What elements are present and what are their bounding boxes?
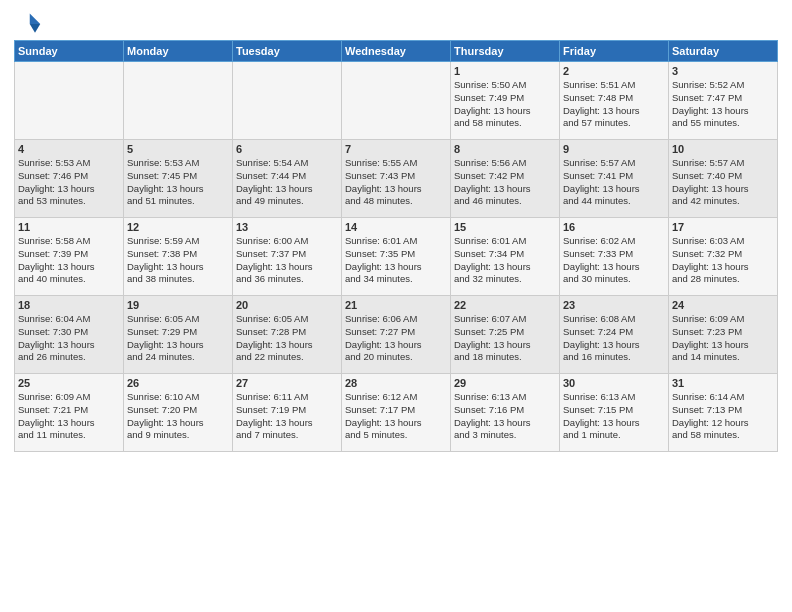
day-number: 27 bbox=[236, 377, 338, 389]
week-row-3: 11Sunrise: 5:58 AMSunset: 7:39 PMDayligh… bbox=[15, 218, 778, 296]
day-info: Sunrise: 6:06 AMSunset: 7:27 PMDaylight:… bbox=[345, 313, 447, 364]
day-info: Sunrise: 6:01 AMSunset: 7:35 PMDaylight:… bbox=[345, 235, 447, 286]
day-number: 24 bbox=[672, 299, 774, 311]
calendar-cell: 23Sunrise: 6:08 AMSunset: 7:24 PMDayligh… bbox=[560, 296, 669, 374]
day-info: Sunrise: 6:01 AMSunset: 7:34 PMDaylight:… bbox=[454, 235, 556, 286]
day-info: Sunrise: 5:59 AMSunset: 7:38 PMDaylight:… bbox=[127, 235, 229, 286]
calendar-header-row: SundayMondayTuesdayWednesdayThursdayFrid… bbox=[15, 41, 778, 62]
calendar-cell: 21Sunrise: 6:06 AMSunset: 7:27 PMDayligh… bbox=[342, 296, 451, 374]
day-info: Sunrise: 6:05 AMSunset: 7:28 PMDaylight:… bbox=[236, 313, 338, 364]
day-number: 25 bbox=[18, 377, 120, 389]
day-info: Sunrise: 6:10 AMSunset: 7:20 PMDaylight:… bbox=[127, 391, 229, 442]
logo-icon bbox=[14, 10, 42, 38]
calendar-cell: 3Sunrise: 5:52 AMSunset: 7:47 PMDaylight… bbox=[669, 62, 778, 140]
calendar-cell: 30Sunrise: 6:13 AMSunset: 7:15 PMDayligh… bbox=[560, 374, 669, 452]
calendar-cell: 26Sunrise: 6:10 AMSunset: 7:20 PMDayligh… bbox=[124, 374, 233, 452]
day-number: 8 bbox=[454, 143, 556, 155]
svg-marker-0 bbox=[30, 14, 41, 25]
day-info: Sunrise: 6:13 AMSunset: 7:16 PMDaylight:… bbox=[454, 391, 556, 442]
day-info: Sunrise: 5:57 AMSunset: 7:41 PMDaylight:… bbox=[563, 157, 665, 208]
week-row-5: 25Sunrise: 6:09 AMSunset: 7:21 PMDayligh… bbox=[15, 374, 778, 452]
day-number: 22 bbox=[454, 299, 556, 311]
day-number: 2 bbox=[563, 65, 665, 77]
day-info: Sunrise: 6:02 AMSunset: 7:33 PMDaylight:… bbox=[563, 235, 665, 286]
day-info: Sunrise: 6:03 AMSunset: 7:32 PMDaylight:… bbox=[672, 235, 774, 286]
calendar-cell: 27Sunrise: 6:11 AMSunset: 7:19 PMDayligh… bbox=[233, 374, 342, 452]
day-info: Sunrise: 6:14 AMSunset: 7:13 PMDaylight:… bbox=[672, 391, 774, 442]
calendar-cell bbox=[233, 62, 342, 140]
day-info: Sunrise: 6:04 AMSunset: 7:30 PMDaylight:… bbox=[18, 313, 120, 364]
day-number: 18 bbox=[18, 299, 120, 311]
day-info: Sunrise: 6:11 AMSunset: 7:19 PMDaylight:… bbox=[236, 391, 338, 442]
header bbox=[14, 10, 778, 38]
calendar-cell: 25Sunrise: 6:09 AMSunset: 7:21 PMDayligh… bbox=[15, 374, 124, 452]
calendar-cell: 17Sunrise: 6:03 AMSunset: 7:32 PMDayligh… bbox=[669, 218, 778, 296]
calendar-cell: 2Sunrise: 5:51 AMSunset: 7:48 PMDaylight… bbox=[560, 62, 669, 140]
calendar-cell: 28Sunrise: 6:12 AMSunset: 7:17 PMDayligh… bbox=[342, 374, 451, 452]
calendar-cell: 18Sunrise: 6:04 AMSunset: 7:30 PMDayligh… bbox=[15, 296, 124, 374]
day-number: 1 bbox=[454, 65, 556, 77]
col-header-saturday: Saturday bbox=[669, 41, 778, 62]
day-number: 12 bbox=[127, 221, 229, 233]
day-number: 7 bbox=[345, 143, 447, 155]
day-number: 28 bbox=[345, 377, 447, 389]
week-row-4: 18Sunrise: 6:04 AMSunset: 7:30 PMDayligh… bbox=[15, 296, 778, 374]
day-number: 20 bbox=[236, 299, 338, 311]
day-number: 17 bbox=[672, 221, 774, 233]
calendar-cell: 13Sunrise: 6:00 AMSunset: 7:37 PMDayligh… bbox=[233, 218, 342, 296]
calendar-cell: 5Sunrise: 5:53 AMSunset: 7:45 PMDaylight… bbox=[124, 140, 233, 218]
day-info: Sunrise: 5:50 AMSunset: 7:49 PMDaylight:… bbox=[454, 79, 556, 130]
day-info: Sunrise: 6:13 AMSunset: 7:15 PMDaylight:… bbox=[563, 391, 665, 442]
day-number: 9 bbox=[563, 143, 665, 155]
day-number: 16 bbox=[563, 221, 665, 233]
day-number: 6 bbox=[236, 143, 338, 155]
day-info: Sunrise: 6:00 AMSunset: 7:37 PMDaylight:… bbox=[236, 235, 338, 286]
day-info: Sunrise: 5:51 AMSunset: 7:48 PMDaylight:… bbox=[563, 79, 665, 130]
day-number: 29 bbox=[454, 377, 556, 389]
day-number: 14 bbox=[345, 221, 447, 233]
col-header-sunday: Sunday bbox=[15, 41, 124, 62]
calendar-cell: 6Sunrise: 5:54 AMSunset: 7:44 PMDaylight… bbox=[233, 140, 342, 218]
week-row-1: 1Sunrise: 5:50 AMSunset: 7:49 PMDaylight… bbox=[15, 62, 778, 140]
calendar-cell: 10Sunrise: 5:57 AMSunset: 7:40 PMDayligh… bbox=[669, 140, 778, 218]
col-header-monday: Monday bbox=[124, 41, 233, 62]
day-info: Sunrise: 6:05 AMSunset: 7:29 PMDaylight:… bbox=[127, 313, 229, 364]
day-number: 10 bbox=[672, 143, 774, 155]
calendar-cell: 9Sunrise: 5:57 AMSunset: 7:41 PMDaylight… bbox=[560, 140, 669, 218]
day-info: Sunrise: 5:55 AMSunset: 7:43 PMDaylight:… bbox=[345, 157, 447, 208]
day-info: Sunrise: 5:52 AMSunset: 7:47 PMDaylight:… bbox=[672, 79, 774, 130]
calendar-cell: 20Sunrise: 6:05 AMSunset: 7:28 PMDayligh… bbox=[233, 296, 342, 374]
calendar-cell: 11Sunrise: 5:58 AMSunset: 7:39 PMDayligh… bbox=[15, 218, 124, 296]
col-header-tuesday: Tuesday bbox=[233, 41, 342, 62]
day-info: Sunrise: 5:53 AMSunset: 7:46 PMDaylight:… bbox=[18, 157, 120, 208]
day-info: Sunrise: 6:12 AMSunset: 7:17 PMDaylight:… bbox=[345, 391, 447, 442]
day-number: 23 bbox=[563, 299, 665, 311]
calendar-cell bbox=[342, 62, 451, 140]
page-container: SundayMondayTuesdayWednesdayThursdayFrid… bbox=[0, 0, 792, 458]
col-header-friday: Friday bbox=[560, 41, 669, 62]
calendar-cell: 14Sunrise: 6:01 AMSunset: 7:35 PMDayligh… bbox=[342, 218, 451, 296]
calendar-cell: 15Sunrise: 6:01 AMSunset: 7:34 PMDayligh… bbox=[451, 218, 560, 296]
day-number: 31 bbox=[672, 377, 774, 389]
calendar-cell: 22Sunrise: 6:07 AMSunset: 7:25 PMDayligh… bbox=[451, 296, 560, 374]
day-number: 13 bbox=[236, 221, 338, 233]
day-info: Sunrise: 6:09 AMSunset: 7:23 PMDaylight:… bbox=[672, 313, 774, 364]
day-info: Sunrise: 5:57 AMSunset: 7:40 PMDaylight:… bbox=[672, 157, 774, 208]
calendar-cell bbox=[15, 62, 124, 140]
day-info: Sunrise: 5:54 AMSunset: 7:44 PMDaylight:… bbox=[236, 157, 338, 208]
day-info: Sunrise: 6:08 AMSunset: 7:24 PMDaylight:… bbox=[563, 313, 665, 364]
day-number: 21 bbox=[345, 299, 447, 311]
calendar-cell: 7Sunrise: 5:55 AMSunset: 7:43 PMDaylight… bbox=[342, 140, 451, 218]
calendar-cell bbox=[124, 62, 233, 140]
day-number: 5 bbox=[127, 143, 229, 155]
svg-marker-1 bbox=[30, 24, 41, 33]
day-info: Sunrise: 5:58 AMSunset: 7:39 PMDaylight:… bbox=[18, 235, 120, 286]
calendar-cell: 4Sunrise: 5:53 AMSunset: 7:46 PMDaylight… bbox=[15, 140, 124, 218]
day-info: Sunrise: 5:53 AMSunset: 7:45 PMDaylight:… bbox=[127, 157, 229, 208]
calendar-cell: 19Sunrise: 6:05 AMSunset: 7:29 PMDayligh… bbox=[124, 296, 233, 374]
calendar-cell: 12Sunrise: 5:59 AMSunset: 7:38 PMDayligh… bbox=[124, 218, 233, 296]
day-info: Sunrise: 6:07 AMSunset: 7:25 PMDaylight:… bbox=[454, 313, 556, 364]
day-number: 15 bbox=[454, 221, 556, 233]
col-header-wednesday: Wednesday bbox=[342, 41, 451, 62]
calendar-cell: 24Sunrise: 6:09 AMSunset: 7:23 PMDayligh… bbox=[669, 296, 778, 374]
